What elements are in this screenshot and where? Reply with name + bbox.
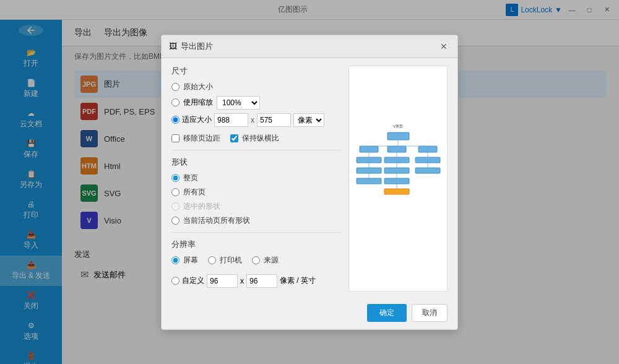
dpi-presets-row: 屏幕 打印机 来源 bbox=[171, 255, 341, 269]
svg-rect-12 bbox=[357, 178, 381, 184]
shape-selected-row: 选中的形状 bbox=[171, 201, 341, 212]
diagram-preview: V类型 bbox=[348, 66, 448, 292]
svg-rect-22 bbox=[415, 157, 440, 163]
printer-dpi-radio[interactable] bbox=[208, 256, 216, 264]
svg-rect-4 bbox=[418, 146, 437, 152]
svg-text:V类型: V类型 bbox=[392, 124, 402, 128]
scale-row: 使用缩放 100% 50% 200% bbox=[171, 96, 341, 110]
svg-rect-14 bbox=[384, 157, 409, 163]
shape-whole-row: 整页 bbox=[171, 173, 341, 183]
scale-label: 使用缩放 bbox=[183, 97, 213, 108]
dpi-width-input[interactable] bbox=[207, 274, 238, 288]
svg-rect-10 bbox=[357, 168, 381, 173]
printer-dpi-row: 打印机 bbox=[208, 255, 242, 266]
keep-ratio-row: 保持纵横比 bbox=[230, 133, 279, 144]
selected-shape-radio[interactable] bbox=[171, 202, 180, 210]
original-size-radio[interactable] bbox=[171, 83, 180, 91]
current-page-label: 当前活动页所有形状 bbox=[183, 215, 250, 226]
whole-page-label: 整页 bbox=[183, 173, 198, 183]
fit-size-radio[interactable] bbox=[171, 116, 180, 124]
dialog-header: 🖼 导出图片 ✕ bbox=[162, 35, 457, 58]
original-size-label: 原始大小 bbox=[183, 82, 213, 92]
confirm-button[interactable]: 确定 bbox=[367, 304, 407, 322]
diagram-svg: V类型 bbox=[353, 121, 443, 236]
dpi-x-separator: x bbox=[240, 277, 244, 285]
original-dpi-row: 来源 bbox=[252, 255, 279, 266]
size-section-title: 尺寸 bbox=[171, 66, 341, 77]
all-pages-radio[interactable] bbox=[171, 188, 180, 196]
selected-shape-label: 选中的形状 bbox=[183, 201, 220, 212]
dpi-section-title: 分辨率 bbox=[171, 239, 341, 250]
original-dpi-label: 来源 bbox=[264, 255, 279, 266]
dialog-body: 尺寸 原始大小 使用缩放 100% 50% 200% 适应大小 bbox=[162, 58, 457, 299]
original-size-row: 原始大小 bbox=[171, 82, 341, 92]
svg-rect-8 bbox=[357, 157, 381, 163]
remove-margin-label: 移除页边距 bbox=[183, 133, 220, 144]
dialog-footer: 确定 取消 bbox=[162, 299, 457, 329]
svg-rect-16 bbox=[384, 168, 409, 173]
dpi-height-input[interactable] bbox=[246, 274, 277, 288]
size-unit-select[interactable]: 像素 厘米 英寸 bbox=[293, 113, 324, 127]
dialog-title-icon: 🖼 bbox=[169, 41, 177, 51]
divider-1 bbox=[171, 150, 341, 150]
cancel-button[interactable]: 取消 bbox=[412, 304, 448, 322]
custom-dpi-radio[interactable] bbox=[171, 277, 180, 285]
current-page-radio[interactable] bbox=[171, 217, 180, 225]
whole-page-radio[interactable] bbox=[171, 174, 180, 182]
fit-size-row: 适应大小 x 像素 厘米 英寸 bbox=[171, 113, 341, 127]
svg-rect-2 bbox=[360, 146, 378, 152]
shape-section-title: 形状 bbox=[171, 157, 341, 168]
dialog-title: 🖼 导出图片 bbox=[169, 41, 213, 52]
dialog-left-panel: 尺寸 原始大小 使用缩放 100% 50% 200% 适应大小 bbox=[171, 66, 341, 292]
divider-2 bbox=[171, 232, 341, 233]
original-dpi-radio[interactable] bbox=[252, 256, 260, 264]
diagram-root-node bbox=[387, 132, 409, 140]
shape-current-row: 当前活动页所有形状 bbox=[171, 215, 341, 226]
custom-dpi-label: 自定义 bbox=[182, 275, 204, 286]
all-pages-label: 所有页 bbox=[183, 187, 206, 197]
remove-margin-row: 移除页边距 bbox=[171, 133, 220, 144]
printer-dpi-label: 打印机 bbox=[220, 255, 242, 266]
svg-rect-20 bbox=[384, 189, 409, 194]
dialog-title-text: 导出图片 bbox=[181, 41, 213, 52]
height-input[interactable] bbox=[257, 113, 291, 127]
dpi-unit-label: 像素 / 英寸 bbox=[280, 275, 316, 286]
mini-diagram-container: V类型 bbox=[349, 66, 447, 291]
keep-ratio-label: 保持纵横比 bbox=[242, 133, 279, 144]
screen-dpi-label: 屏幕 bbox=[183, 255, 198, 266]
shape-all-row: 所有页 bbox=[171, 187, 341, 197]
dialog-overlay: 🖼 导出图片 ✕ 尺寸 原始大小 使用缩放 100% 50% bbox=[0, 0, 619, 364]
screen-dpi-radio[interactable] bbox=[171, 256, 180, 264]
scale-select[interactable]: 100% 50% 200% bbox=[217, 96, 260, 110]
remove-margin-checkbox[interactable] bbox=[171, 134, 180, 142]
export-image-dialog: 🖼 导出图片 ✕ 尺寸 原始大小 使用缩放 100% 50% bbox=[161, 35, 458, 330]
width-input[interactable] bbox=[214, 113, 248, 127]
dialog-close-button[interactable]: ✕ bbox=[438, 40, 450, 53]
scale-radio[interactable] bbox=[171, 98, 180, 106]
size-x-separator: x bbox=[251, 116, 254, 124]
svg-rect-18 bbox=[384, 178, 409, 184]
custom-dpi-row: 自定义 x 像素 / 英寸 bbox=[171, 274, 341, 288]
screen-dpi-row: 屏幕 bbox=[171, 255, 198, 266]
svg-rect-24 bbox=[415, 168, 440, 173]
svg-rect-3 bbox=[387, 146, 406, 152]
fit-size-label: 适应大小 bbox=[182, 115, 212, 125]
keep-ratio-checkbox[interactable] bbox=[230, 134, 238, 142]
